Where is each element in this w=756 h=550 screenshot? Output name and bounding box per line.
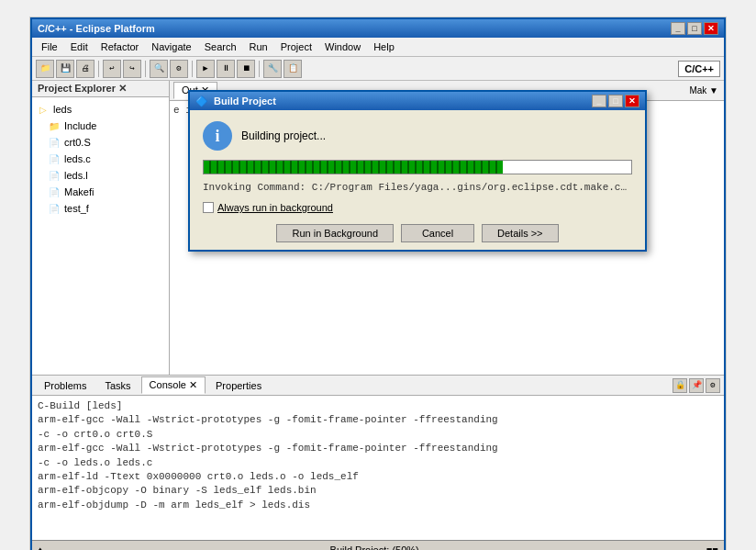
dialog-message: Building project... bbox=[241, 129, 326, 142]
toolbar-sep-2 bbox=[145, 61, 146, 77]
tree-item-label-2: leds.c bbox=[64, 153, 91, 164]
menu-file[interactable]: File bbox=[36, 39, 63, 54]
tree-item-label-1: crt0.S bbox=[64, 137, 91, 148]
tree-item-label-4: Makefi bbox=[64, 186, 94, 197]
dialog-icon: 🔷 bbox=[195, 95, 208, 107]
toolbar-btn-7[interactable]: ⚙ bbox=[170, 60, 188, 78]
tab-console[interactable]: Console ✕ bbox=[141, 376, 206, 394]
menu-bar: File Edit Refactor Navigate Search Run P… bbox=[32, 38, 724, 57]
tree-item-3[interactable]: 📄 leds.l bbox=[34, 167, 167, 184]
toolbar-btn-4[interactable]: ↩ bbox=[103, 60, 121, 78]
dialog-title-left: 🔷 Build Project bbox=[195, 95, 276, 107]
run-in-background-button[interactable]: Run in Background bbox=[276, 224, 394, 242]
folder-icon: ▷ bbox=[36, 102, 50, 117]
tree-item-5[interactable]: 📄 test_f bbox=[34, 200, 167, 217]
title-bar: C/C++ - Eclipse Platform _ □ ✕ bbox=[32, 19, 724, 38]
menu-navigate[interactable]: Navigate bbox=[146, 39, 196, 54]
tab-problems[interactable]: Problems bbox=[36, 377, 94, 394]
console-options-icon[interactable]: ⚙ bbox=[706, 378, 720, 393]
dialog-controls: _ □ ✕ bbox=[592, 95, 639, 107]
dialog-minimize-button[interactable]: _ bbox=[592, 95, 606, 107]
toolbar-btn-10[interactable]: ⏹ bbox=[237, 60, 255, 78]
tree-item-2[interactable]: 📄 leds.c bbox=[34, 151, 167, 167]
status-bar: ♦ Build Project: (50%) ■■ bbox=[32, 540, 724, 550]
console-line-3: -c -o leds.o leds.c bbox=[38, 456, 718, 470]
tree-root-label: leds bbox=[53, 104, 72, 115]
status-left: ♦ bbox=[38, 544, 43, 551]
subfolder-icon-0: 📁 bbox=[47, 118, 61, 133]
tree-root[interactable]: ▷ leds bbox=[34, 101, 167, 118]
eclipse-window: C/C++ - Eclipse Platform _ □ ✕ File Edit… bbox=[30, 17, 726, 550]
console-line-4: arm-elf-ld -Ttext 0x0000000 crt0.o leds.… bbox=[38, 470, 718, 484]
window-title: C/C++ - Eclipse Platform bbox=[38, 23, 155, 34]
toolbar-btn-8[interactable]: ▶ bbox=[196, 60, 215, 78]
toolbar-btn-2[interactable]: 💾 bbox=[56, 60, 74, 78]
dialog-title-text: Build Project bbox=[214, 95, 276, 107]
tab-tasks[interactable]: Tasks bbox=[96, 377, 139, 394]
menu-run[interactable]: Run bbox=[244, 39, 273, 54]
tab-properties[interactable]: Properties bbox=[207, 377, 270, 394]
project-explorer-panel: Project Explorer ✕ ▷ leds 📁 Include 📄 bbox=[32, 81, 170, 375]
maximize-button[interactable]: □ bbox=[687, 22, 702, 35]
toolbar-sep-3 bbox=[192, 61, 193, 77]
dialog-maximize-button[interactable]: □ bbox=[608, 95, 623, 107]
status-indicator: ■■ bbox=[706, 544, 718, 551]
file-icon-1: 📄 bbox=[47, 135, 61, 150]
toolbar-sep-4 bbox=[259, 61, 260, 77]
file-icon-3: 📄 bbox=[47, 168, 61, 183]
toolbar-btn-12[interactable]: 📋 bbox=[284, 60, 302, 78]
close-button[interactable]: ✕ bbox=[704, 22, 718, 35]
status-right: ■■ bbox=[706, 544, 718, 551]
build-project-dialog: 🔷 Build Project _ □ ✕ bbox=[188, 90, 647, 252]
progress-bar-container bbox=[203, 160, 632, 174]
cpp-label: C/C++ bbox=[678, 61, 720, 77]
toolbar-btn-5[interactable]: ↪ bbox=[123, 60, 141, 78]
project-explorer-label: Project Explorer ✕ bbox=[38, 83, 127, 95]
toolbar-btn-9[interactable]: ⏸ bbox=[217, 60, 235, 78]
toolbar-sep-1 bbox=[98, 61, 99, 77]
menu-help[interactable]: Help bbox=[368, 39, 400, 54]
screenshot-container: C/C++ - Eclipse Platform _ □ ✕ File Edit… bbox=[29, 17, 727, 550]
pin-icon[interactable]: 📌 bbox=[689, 378, 704, 393]
console-line-6: arm-elf-objdump -D -m arm leds_elf > led… bbox=[38, 499, 718, 512]
dialog-close-button[interactable]: ✕ bbox=[625, 95, 639, 107]
dialog-body: i Building project... Invoking Command: … bbox=[190, 110, 645, 250]
lock-icon: 🔒 bbox=[673, 378, 687, 393]
file-icon-5: 📄 bbox=[47, 201, 61, 216]
details-button[interactable]: Details >> bbox=[482, 224, 559, 242]
console-line-0: arm-elf-gcc -Wall -Wstrict-prototypes -g… bbox=[38, 413, 718, 427]
toolbar: 📁 💾 🖨 ↩ ↪ 🔍 ⚙ ▶ ⏸ ⏹ 🔧 📋 C/C++ bbox=[32, 57, 724, 81]
menu-project[interactable]: Project bbox=[275, 39, 317, 54]
project-tree: ▷ leds 📁 Include 📄 crt0.S bbox=[32, 97, 169, 220]
project-explorer-tab: Project Explorer ✕ bbox=[32, 81, 169, 97]
console-line-2: arm-elf-gcc -Wall -Wstrict-prototypes -g… bbox=[38, 442, 718, 455]
always-run-label: Always run in background bbox=[217, 202, 333, 213]
tree-item-4[interactable]: 📄 Makefi bbox=[34, 184, 167, 200]
menu-window[interactable]: Window bbox=[319, 39, 366, 54]
toolbar-btn-1[interactable]: 📁 bbox=[36, 60, 54, 78]
tree-item-label-0: Include bbox=[64, 120, 96, 131]
menu-search[interactable]: Search bbox=[199, 39, 242, 54]
progress-bar-fill bbox=[204, 161, 503, 174]
info-icon: i bbox=[203, 121, 232, 151]
toolbar-btn-11[interactable]: 🔧 bbox=[263, 60, 282, 78]
dialog-message-row: i Building project... bbox=[203, 121, 632, 151]
console-line-5: arm-elf-objcopy -O binary -S leds_elf le… bbox=[38, 484, 718, 498]
menu-refactor[interactable]: Refactor bbox=[95, 39, 145, 54]
bottom-tabs: Problems Tasks Console ✕ Properties 🔒 📌 … bbox=[32, 376, 724, 396]
tree-item-label-5: test_f bbox=[64, 203, 89, 214]
main-area: Project Explorer ✕ ▷ leds 📁 Include 📄 bbox=[32, 81, 724, 375]
bottom-tab-controls: 🔒 📌 ⚙ bbox=[673, 378, 720, 393]
console-title: C-Build [leds] bbox=[38, 399, 718, 413]
toolbar-btn-6[interactable]: 🔍 bbox=[150, 60, 168, 78]
cancel-button[interactable]: Cancel bbox=[401, 224, 474, 242]
minimize-button[interactable]: _ bbox=[671, 22, 685, 35]
menu-edit[interactable]: Edit bbox=[65, 39, 94, 54]
toolbar-btn-3[interactable]: 🖨 bbox=[76, 60, 94, 78]
tree-item-1[interactable]: 📄 crt0.S bbox=[34, 134, 167, 151]
bottom-panel: Problems Tasks Console ✕ Properties 🔒 📌 … bbox=[32, 375, 724, 540]
dialog-buttons: Run in Background Cancel Details >> bbox=[203, 224, 632, 242]
tree-item-0[interactable]: 📁 Include bbox=[34, 118, 167, 134]
always-run-checkbox[interactable] bbox=[203, 202, 214, 213]
tree-item-label-3: leds.l bbox=[64, 170, 88, 181]
